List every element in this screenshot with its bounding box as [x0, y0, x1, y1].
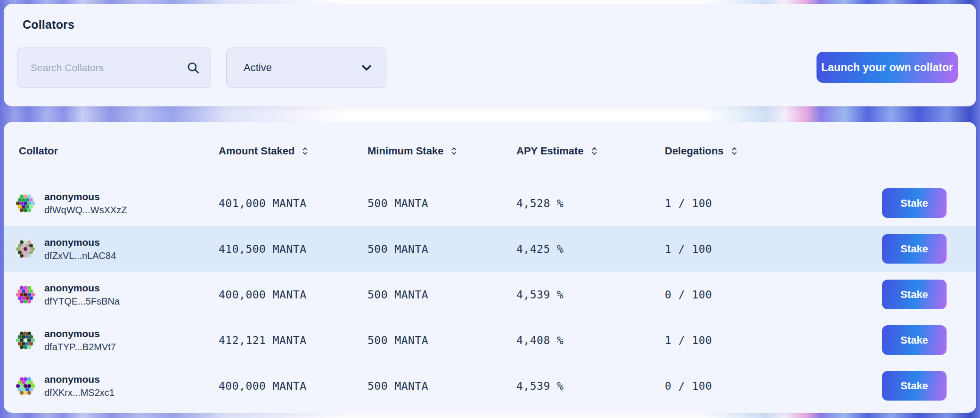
sort-icon[interactable]	[450, 147, 458, 155]
collator-address: dfZxVL...nLAC84	[44, 250, 116, 261]
launch-collator-button[interactable]: Launch your own collator	[817, 52, 958, 83]
delegations-value: 1 / 100	[665, 197, 882, 209]
collator-address: dfYTQE...5FsBNa	[44, 296, 120, 307]
page-title: Collators	[23, 18, 74, 32]
search-icon[interactable]	[186, 61, 200, 75]
collator-address: dfaTYP...B2MVt7	[44, 342, 116, 353]
search-box[interactable]	[17, 48, 211, 88]
delegations-value: 1 / 100	[665, 243, 882, 255]
apy-estimate-value: 4,425 %	[516, 243, 665, 255]
search-input[interactable]	[30, 62, 186, 74]
chevron-down-icon	[359, 61, 374, 75]
collators-table: Collator Amount Staked Minimum Stake APY…	[4, 122, 976, 413]
status-filter-value: Active	[244, 62, 359, 74]
collator-name: anonymous	[44, 282, 120, 294]
identicon-avatar	[15, 193, 36, 214]
table-body: anonymous dfWqWQ...WsXXzZ 401,000 MANTA …	[4, 180, 976, 409]
sort-icon[interactable]	[301, 147, 309, 155]
apy-estimate-value: 4,528 %	[516, 197, 665, 209]
minimum-stake-value: 500 MANTA	[368, 197, 516, 209]
stake-button[interactable]: Stake	[882, 325, 947, 355]
collator-cell: anonymous dfXKrx...MS2xc1	[15, 374, 219, 398]
minimum-stake-value: 500 MANTA	[368, 380, 516, 392]
identicon-avatar	[15, 239, 36, 259]
table-row[interactable]: anonymous dfaTYP...B2MVt7 412,121 MANTA …	[4, 317, 976, 363]
apy-estimate-value: 4,539 %	[516, 289, 665, 301]
collator-cell: anonymous dfaTYP...B2MVt7	[15, 328, 219, 353]
stake-button[interactable]: Stake	[882, 234, 947, 264]
delegations-value: 0 / 100	[665, 289, 882, 301]
amount-staked-value: 412,121 MANTA	[219, 334, 368, 346]
stake-button[interactable]: Stake	[882, 280, 947, 309]
collator-name: anonymous	[44, 237, 116, 248]
status-filter-select[interactable]: Active	[226, 48, 386, 88]
collator-name: anonymous	[44, 328, 116, 339]
amount-staked-value: 401,000 MANTA	[219, 197, 368, 209]
collator-cell: anonymous dfYTQE...5FsBNa	[15, 282, 219, 307]
amount-staked-value: 410,500 MANTA	[219, 243, 368, 255]
column-header-apy-estimate[interactable]: APY Estimate	[516, 145, 665, 157]
amount-staked-value: 400,000 MANTA	[219, 289, 368, 301]
collator-name: anonymous	[44, 191, 127, 202]
table-row[interactable]: anonymous dfYTQE...5FsBNa 400,000 MANTA …	[4, 272, 976, 317]
table-row[interactable]: anonymous dfZxVL...nLAC84 410,500 MANTA …	[4, 226, 976, 272]
identicon-avatar	[15, 330, 36, 351]
minimum-stake-value: 500 MANTA	[368, 243, 516, 255]
stake-button[interactable]: Stake	[882, 188, 947, 218]
column-header-collator: Collator	[15, 145, 219, 157]
apy-estimate-value: 4,408 %	[516, 334, 665, 346]
minimum-stake-value: 500 MANTA	[368, 334, 516, 346]
table-header: Collator Amount Staked Minimum Stake APY…	[4, 122, 976, 180]
sort-icon[interactable]	[590, 147, 598, 155]
column-header-delegations[interactable]: Delegations	[665, 145, 882, 157]
collator-address: dfXKrx...MS2xc1	[44, 387, 114, 398]
table-row[interactable]: anonymous dfWqWQ...WsXXzZ 401,000 MANTA …	[4, 180, 976, 226]
delegations-value: 0 / 100	[665, 380, 882, 392]
delegations-value: 1 / 100	[665, 334, 882, 346]
table-row[interactable]: anonymous dfXKrx...MS2xc1 400,000 MANTA …	[4, 363, 976, 409]
stake-button[interactable]: Stake	[882, 371, 947, 401]
minimum-stake-value: 500 MANTA	[368, 289, 516, 301]
collator-address: dfWqWQ...WsXXzZ	[44, 205, 127, 216]
column-header-amount-staked[interactable]: Amount Staked	[219, 145, 368, 157]
collators-panel: Collators Active Launch your own collato…	[4, 4, 976, 106]
collator-cell: anonymous dfWqWQ...WsXXzZ	[15, 191, 219, 216]
identicon-avatar	[15, 284, 36, 305]
collator-cell: anonymous dfZxVL...nLAC84	[15, 237, 219, 261]
collator-name: anonymous	[44, 374, 114, 385]
sort-icon[interactable]	[730, 147, 738, 155]
column-header-minimum-stake[interactable]: Minimum Stake	[368, 145, 516, 157]
amount-staked-value: 400,000 MANTA	[219, 380, 368, 392]
apy-estimate-value: 4,539 %	[516, 380, 665, 392]
identicon-avatar	[15, 376, 36, 396]
